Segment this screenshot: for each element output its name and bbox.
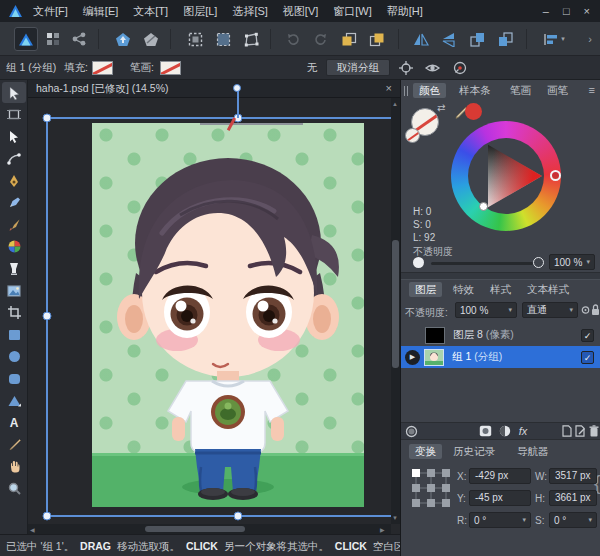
vertical-scroll-thumb[interactable] — [392, 240, 399, 368]
marquee-select-button[interactable] — [183, 27, 207, 51]
scroll-up-icon[interactable]: ▲ — [392, 100, 398, 108]
blend-mode-dropdown[interactable]: 直通▾ — [522, 302, 578, 318]
stroke-swatch-none[interactable] — [160, 61, 181, 75]
horizontal-scroll-thumb[interactable] — [145, 526, 245, 532]
rotate-ccw-button[interactable] — [281, 27, 305, 51]
panel-collapse-icon[interactable] — [404, 86, 408, 96]
export-persona-button[interactable] — [67, 27, 91, 51]
opacity-slider-handle[interactable] — [533, 257, 544, 268]
vector-brush-tool[interactable] — [2, 214, 26, 235]
shade-selector[interactable] — [479, 202, 488, 211]
pixel-persona-button[interactable] — [41, 27, 65, 51]
lock-icon[interactable] — [591, 303, 600, 316]
alignment-dropdown[interactable]: ▾ — [538, 27, 570, 51]
maximize-button[interactable]: □ — [563, 5, 570, 17]
vertical-scrollbar[interactable]: ▲ ▼ — [391, 98, 400, 524]
picked-color-swatch[interactable] — [465, 103, 482, 120]
move-forward-button[interactable] — [465, 27, 489, 51]
minimize-button[interactable]: – — [543, 5, 549, 17]
corner-tool[interactable] — [2, 148, 26, 169]
selection-handle-bottom-center[interactable] — [234, 512, 243, 521]
color-panel-menu-icon[interactable]: ≡ — [589, 84, 595, 96]
menu-layer[interactable]: 图层[L] — [183, 4, 217, 19]
close-button[interactable]: × — [584, 5, 590, 17]
layer-row-pixel[interactable]: 图层 8 (像素) ✓ — [401, 324, 600, 346]
insert-behind-button[interactable] — [139, 27, 163, 51]
hue-selector[interactable] — [550, 170, 561, 181]
stroke-color-well[interactable] — [405, 128, 420, 143]
color-picker-tool[interactable] — [2, 434, 26, 455]
selection-bottom-edge[interactable] — [46, 515, 400, 517]
show-hide-button[interactable] — [424, 60, 440, 76]
shear-dropdown[interactable]: 0 °▾ — [549, 512, 597, 528]
pan-tool[interactable] — [2, 456, 26, 477]
fill-tool[interactable] — [2, 258, 26, 279]
menu-edit[interactable]: 编辑[E] — [83, 4, 118, 19]
rotation-dropdown[interactable]: 0 °▾ — [469, 512, 531, 528]
rectangle-tool[interactable] — [2, 324, 26, 345]
ungroup-button[interactable]: 取消分组 — [326, 59, 390, 76]
blend-options-icon[interactable] — [581, 304, 590, 316]
opacity-value-dropdown[interactable]: 100 %▾ — [549, 254, 595, 270]
layer-row-group[interactable]: ▶ 组 1 (分组) ✓ — [401, 346, 600, 368]
move-backward-button[interactable] — [493, 27, 517, 51]
move-tool[interactable] — [2, 82, 26, 103]
artboard-tool[interactable] — [2, 104, 26, 125]
tab-effects[interactable]: 特效 — [447, 282, 480, 297]
w-field[interactable]: 3517 px — [549, 468, 597, 484]
h-field[interactable]: 3661 px — [549, 490, 597, 506]
tab-styles[interactable]: 样式 — [484, 282, 517, 297]
pencil-tool[interactable] — [2, 192, 26, 213]
rounded-rectangle-tool[interactable] — [2, 368, 26, 389]
select-all-button[interactable] — [211, 27, 235, 51]
transform-selection-button[interactable] — [239, 27, 263, 51]
shape-tool[interactable] — [2, 390, 26, 411]
selection-handle-bottom-left[interactable] — [43, 512, 52, 521]
rotate-cw-button[interactable] — [309, 27, 333, 51]
node-tool[interactable] — [2, 126, 26, 147]
scroll-down-icon[interactable]: ▼ — [392, 514, 398, 522]
add-layer-icon[interactable] — [560, 424, 574, 438]
tab-brushes[interactable]: 画笔 — [541, 83, 574, 98]
document-close-icon[interactable]: × — [386, 82, 392, 94]
menu-window[interactable]: 窗口[W] — [333, 4, 372, 19]
edit-all-layers-icon[interactable] — [405, 424, 419, 438]
layer-thumbnail[interactable] — [425, 327, 445, 344]
layer-visibility-checkbox[interactable]: ✓ — [581, 329, 594, 342]
menu-select[interactable]: 选择[S] — [232, 4, 267, 19]
opacity-slider-track[interactable] — [431, 262, 533, 265]
selection-top-edge[interactable] — [46, 117, 400, 119]
duplicate-front-button[interactable] — [365, 27, 389, 51]
layers-opacity-dropdown[interactable]: 100 %▾ — [455, 302, 517, 318]
layer-visibility-checkbox[interactable]: ✓ — [581, 351, 594, 364]
opacity-slider-start[interactable] — [413, 257, 424, 268]
expand-group-icon[interactable]: ▶ — [405, 350, 420, 365]
tab-transform[interactable]: 变换 — [409, 444, 442, 459]
crop-tool[interactable] — [2, 302, 26, 323]
pen-tool[interactable] — [2, 170, 26, 191]
selection-handle-left-center[interactable] — [43, 312, 52, 321]
scroll-right-icon[interactable]: ▶ — [380, 526, 385, 534]
document-image[interactable] — [92, 123, 364, 507]
scroll-left-icon[interactable]: ◀ — [30, 526, 35, 534]
menu-help[interactable]: 帮助[H] — [387, 4, 423, 19]
add-pixel-layer-icon[interactable] — [574, 424, 588, 438]
designer-persona-button[interactable] — [14, 27, 38, 51]
layer-thumbnail[interactable] — [424, 349, 444, 366]
x-field[interactable]: -429 px — [469, 468, 531, 484]
fill-swatch-none[interactable] — [92, 61, 113, 75]
flip-horizontal-button[interactable] — [409, 27, 433, 51]
menu-view[interactable]: 视图[V] — [283, 4, 318, 19]
delete-layer-icon[interactable] — [587, 424, 600, 438]
place-image-tool[interactable] — [2, 280, 26, 301]
mask-layer-icon[interactable] — [479, 424, 493, 438]
tab-text-styles[interactable]: 文本样式 — [521, 282, 575, 297]
swap-colors-icon[interactable]: ⇄ — [437, 102, 445, 113]
insert-inside-button[interactable] — [111, 27, 135, 51]
anchor-point-selector[interactable] — [411, 468, 451, 508]
stroke-width-slider[interactable] — [200, 123, 303, 125]
toolbar-overflow-button[interactable]: › — [582, 27, 598, 51]
text-tool[interactable]: A — [2, 412, 26, 433]
canvas-area[interactable]: ▲ ▼ ◀ ▶ — [28, 98, 400, 534]
adjustment-layer-icon[interactable] — [498, 424, 512, 438]
